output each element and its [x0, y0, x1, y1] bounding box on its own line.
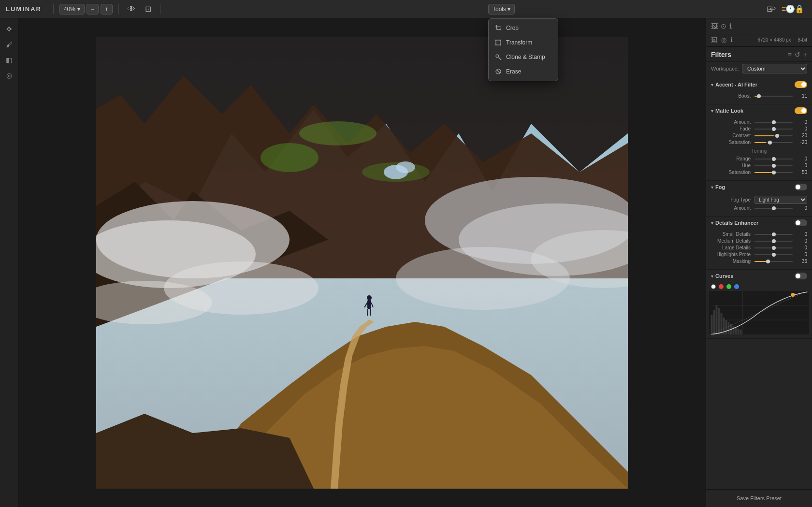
filter-accent-ai-toggle[interactable] [795, 81, 807, 88]
filters-title: Filters [711, 51, 785, 58]
fade-value: 0 [796, 126, 807, 131]
curve-dot-green[interactable] [726, 284, 731, 289]
filter-fog-toggle[interactable] [795, 184, 807, 190]
svg-rect-29 [721, 313, 723, 334]
layers-icon-small[interactable]: ◎ [721, 36, 726, 43]
image-icon-small[interactable]: 🖼 [711, 36, 717, 43]
svg-rect-42 [495, 26, 500, 27]
svg-rect-40 [496, 25, 497, 29]
hue-track[interactable] [754, 165, 793, 166]
fog-amount-label: Amount [711, 205, 754, 211]
menu-item-clone-stamp[interactable]: Clone & Stamp [489, 50, 558, 64]
compare-button[interactable]: ⊡ [142, 2, 154, 15]
masking-track[interactable] [754, 261, 793, 262]
preview-toggle-button[interactable]: 👁 [125, 3, 138, 15]
filter-details-enhancer-header[interactable]: ▾ Details Enhancer [706, 217, 812, 228]
workspace-select[interactable]: Custom [742, 64, 807, 73]
curve-channel-dots [709, 283, 809, 291]
zoom-in-button[interactable]: + [101, 4, 113, 14]
filters-sort-icon[interactable]: ≡ [788, 51, 792, 58]
masking-label: Masking [711, 259, 754, 264]
export-button[interactable]: 🔒 [792, 2, 807, 15]
highlights-prote-label: Highlights Prote [711, 252, 754, 257]
filter-curves-toggle[interactable] [795, 273, 807, 279]
hue-slider-row: Hue 0 [711, 163, 807, 168]
separator3 [160, 4, 160, 14]
layout-icon-button[interactable]: ⊟ [764, 2, 776, 15]
large-details-track[interactable] [754, 247, 793, 248]
curves-svg [709, 291, 809, 334]
svg-rect-34 [733, 326, 735, 334]
save-filters-preset-button[interactable]: Save Filters Preset [711, 493, 807, 503]
tools-menu-button[interactable]: Tools ▾ [488, 4, 515, 14]
filters-add-icon[interactable]: + [803, 51, 807, 58]
filter-curves-name: Curves [715, 273, 795, 279]
curve-dot-white[interactable] [711, 284, 716, 289]
saturation-ml-value: -20 [796, 140, 807, 145]
radial-tool-button[interactable]: ◎ [2, 69, 16, 82]
svg-rect-36 [738, 329, 740, 334]
workspace-row: Workspace: Custom [706, 62, 812, 77]
filter-matte-look-toggle[interactable] [795, 107, 807, 114]
svg-point-17 [396, 247, 570, 310]
panel-info-bar: 🖼 ◎ ℹ 6720 × 4480 px 8-bit [706, 34, 812, 47]
info-icon-small[interactable]: ℹ [730, 36, 733, 43]
panel-layers-icon[interactable]: ⊙ [721, 22, 726, 30]
left-toolbar: ✥ 🖌 ◧ ◎ [0, 18, 18, 507]
small-details-track[interactable] [754, 234, 793, 235]
filter-accent-ai-header[interactable]: ▾ Accent - AI Filter [706, 78, 812, 90]
brush-tool-button[interactable]: 🖌 [2, 38, 16, 51]
menu-item-transform[interactable]: Transform [489, 35, 558, 50]
medium-details-track[interactable] [754, 241, 793, 242]
menu-item-erase[interactable]: Erase [489, 64, 558, 79]
filter-fog-header[interactable]: ▾ Fog [706, 181, 812, 192]
svg-rect-27 [716, 305, 718, 334]
filter-details-enhancer-toggle[interactable] [795, 219, 807, 226]
transform-label: Transform [506, 39, 532, 46]
hue-label: Hue [711, 163, 754, 168]
panel-info-icon[interactable]: ℹ [729, 22, 732, 30]
zoom-selector[interactable]: 40% ▾ [59, 4, 85, 14]
fog-type-select[interactable]: Light Fog Dense Fog Mist [754, 196, 807, 204]
svg-rect-47 [495, 44, 496, 45]
fog-amount-track[interactable] [754, 208, 793, 209]
filter-curves-header[interactable]: ▾ Curves [706, 270, 812, 281]
highlights-prote-track[interactable] [754, 254, 793, 255]
transform-icon [494, 39, 502, 46]
compare-icon: ⊡ [145, 5, 151, 13]
svg-rect-35 [735, 327, 737, 334]
filter-matte-look-header[interactable]: ▾ Matte Look [706, 104, 812, 116]
large-details-label: Large Details [711, 245, 754, 250]
fade-track[interactable] [754, 129, 793, 130]
boost-track[interactable] [754, 96, 793, 97]
panel-image-icon[interactable]: 🖼 [711, 22, 718, 30]
range-track[interactable] [754, 159, 793, 159]
saturation-ml-track[interactable] [754, 142, 793, 143]
gradient-tool-button[interactable]: ◧ [2, 53, 16, 67]
amount-track[interactable] [754, 122, 793, 123]
save-preset-area: Save Filters Preset [706, 489, 812, 507]
svg-point-49 [496, 55, 499, 58]
bit-depth: 8-bit [798, 37, 807, 43]
filter-accent-ai: ▾ Accent - AI Filter Boost 11 [706, 78, 812, 104]
menu-item-crop[interactable]: Crop [489, 21, 558, 35]
hue-value: 0 [796, 163, 807, 168]
zoom-out-button[interactable]: − [87, 4, 99, 14]
adjustments-button[interactable]: ≡ [779, 3, 789, 15]
select-tool-button[interactable]: ✥ [2, 22, 16, 36]
curve-dot-blue[interactable] [734, 284, 739, 289]
fade-label: Fade [711, 126, 754, 131]
medium-details-slider-row: Medium Details 0 [711, 238, 807, 244]
filter-details-enhancer-controls: Small Details 0 Medium Details 0 [706, 228, 812, 269]
toning-subtitle: Toning [711, 146, 807, 155]
filters-reset-icon[interactable]: ↺ [795, 51, 800, 58]
curve-dot-red[interactable] [719, 284, 724, 289]
filter-matte-look-name: Matte Look [715, 108, 795, 114]
crop-label: Crop [506, 25, 519, 31]
canvas-area [18, 18, 706, 507]
range-label: Range [711, 156, 754, 161]
boost-value: 11 [796, 93, 807, 99]
curves-graph[interactable] [709, 291, 809, 334]
saturation-toning-track[interactable] [754, 172, 793, 173]
contrast-track[interactable] [754, 135, 793, 136]
